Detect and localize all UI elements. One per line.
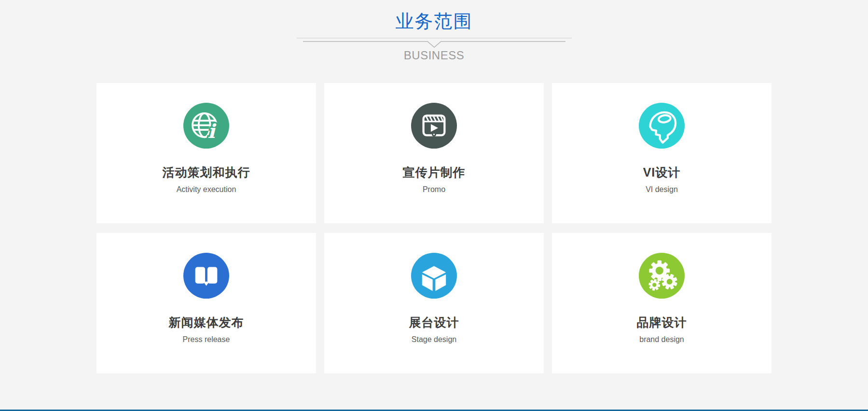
clapperboard-icon [411,103,457,149]
service-subtitle: VI design [552,185,772,194]
service-subtitle: Promo [324,185,544,194]
service-subtitle: Stage design [324,335,544,344]
business-section: 业务范围 BUSINESS i [0,0,868,373]
title-divider [0,38,868,48]
section-title: 业务范围 [0,12,868,32]
section-subtitle: BUSINESS [0,49,868,62]
globe-info-icon: i [183,103,229,149]
head-brain-icon-graphic [639,103,685,149]
service-card-activity-execution[interactable]: i 活动策划和执行 Activity execution [96,83,316,223]
globe-info-icon-graphic: i [183,103,229,149]
open-book-icon-graphic [183,253,229,299]
service-title: 品牌设计 [552,315,772,329]
service-subtitle: Press release [96,335,316,344]
service-card-promo[interactable]: 宣传片制作 Promo [324,83,544,223]
services-grid: i 活动策划和执行 Activity execution [96,83,772,373]
service-title: VI设计 [552,165,772,179]
service-title: 活动策划和执行 [96,165,316,179]
service-card-press-release[interactable]: 新闻媒体发布 Press release [96,233,316,373]
service-subtitle: brand design [552,335,772,344]
service-card-vi-design[interactable]: VI设计 VI design [552,83,772,223]
service-title: 展台设计 [324,315,544,329]
gears-icon-graphic [639,253,685,299]
service-title: 宣传片制作 [324,165,544,179]
service-card-brand-design[interactable]: 品牌设计 brand design [552,233,772,373]
gears-icon [639,253,685,299]
cube-icon-graphic [411,253,457,299]
open-book-icon [183,253,229,299]
divider-chevron-graphic [297,38,572,48]
cube-icon [411,253,457,299]
service-title: 新闻媒体发布 [96,315,316,329]
head-brain-icon [639,103,685,149]
service-card-stage-design[interactable]: 展台设计 Stage design [324,233,544,373]
clapperboard-icon-graphic [411,103,457,149]
service-subtitle: Activity execution [96,185,316,194]
